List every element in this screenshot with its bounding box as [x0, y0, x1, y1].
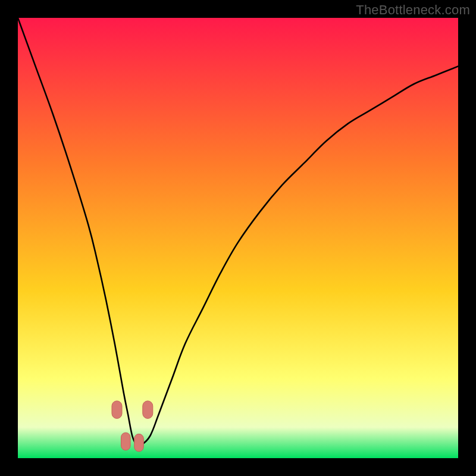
- curve-marker: [121, 433, 131, 450]
- curve-marker: [112, 401, 122, 419]
- curve-marker: [143, 401, 153, 419]
- bottleneck-chart: [18, 18, 458, 458]
- watermark-text: TheBottleneck.com: [356, 2, 470, 18]
- curve-marker: [134, 434, 144, 452]
- chart-frame: TheBottleneck.com: [0, 0, 476, 476]
- gradient-background: [18, 18, 458, 458]
